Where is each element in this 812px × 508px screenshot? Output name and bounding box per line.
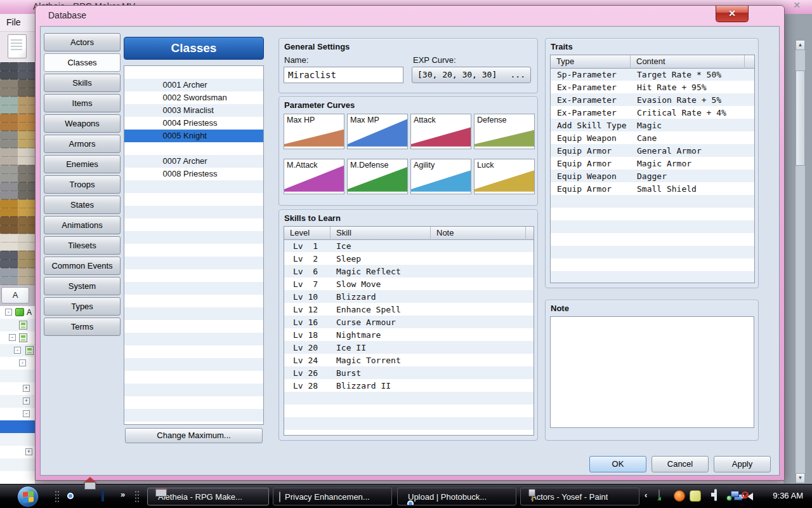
scroll-up-icon[interactable]: ▲ [796, 40, 805, 50]
skill-row[interactable]: Lv 2 Sleep [284, 253, 534, 265]
category-tab[interactable]: Items [44, 94, 121, 112]
trait-content: Small Shield [631, 183, 754, 196]
column-header-type[interactable]: Type [551, 55, 631, 69]
quicklaunch-overflow-chevron-icon[interactable]: » [121, 490, 125, 499]
change-maximum-button[interactable]: Change Maximum... [125, 428, 263, 443]
trait-row[interactable]: Ex-Parameter Evasion Rate + 5% [551, 94, 754, 107]
classes-panel-header: Classes [124, 37, 264, 60]
tray-chevron-icon[interactable]: ‹ [645, 490, 647, 500]
class-list[interactable]: 0001 Archer 0002 Swordsman 0003 Miraclis… [124, 65, 264, 425]
category-tab[interactable]: Classes [44, 53, 121, 72]
category-tab[interactable]: Actors [44, 33, 121, 51]
category-tab[interactable]: Armors [44, 135, 121, 153]
column-header-level[interactable]: Level [284, 227, 331, 240]
class-list-item-label: 0003 Miraclist [163, 105, 214, 115]
category-tab[interactable]: Common Events [44, 257, 121, 275]
dialog-titlebar[interactable]: Database ✕ [36, 6, 784, 25]
taskbar-task-button[interactable]: Privacy Enhancemen... [273, 488, 392, 505]
category-tab[interactable]: Skills [44, 74, 121, 92]
category-tab[interactable]: Tilesets [44, 236, 121, 255]
scroll-down-icon[interactable]: ▼ [796, 473, 805, 483]
start-button[interactable] [17, 486, 39, 507]
column-header-note[interactable]: Note [431, 227, 526, 240]
parameter-curves-group: Parameter Curves Max HP Max MP [278, 97, 538, 206]
battery-icon[interactable] [714, 489, 717, 501]
clock[interactable]: 9:36 AM [773, 491, 803, 500]
skill-row[interactable]: Lv 16 Curse Armour [284, 316, 534, 329]
map-tree[interactable]: -A---++-+ [0, 306, 35, 484]
parameter-curve-tile[interactable]: Luck [474, 159, 535, 194]
exp-curve-button[interactable]: [30, 20, 30, 30] ... [412, 67, 531, 83]
parameter-curve-tile[interactable]: M.Defense [347, 159, 408, 194]
task-button-label: Privacy Enhancemen... [285, 492, 370, 502]
ellipsis-icon: ... [511, 68, 525, 82]
taskbar-task-button[interactable]: Upload | Photobuck... [397, 488, 516, 505]
category-tab[interactable]: Weapons [44, 114, 121, 133]
skill-level: Lv 26 [284, 367, 331, 380]
ok-button[interactable]: OK [589, 456, 646, 472]
traits-table[interactable]: Type Content Sp-Parameter Target Rate * … [550, 55, 755, 283]
note-textarea[interactable] [550, 316, 754, 428]
category-tab-label: Troops [70, 180, 95, 189]
skill-row[interactable]: Lv 7 Slow Move [284, 278, 534, 291]
skill-row[interactable]: Lv 20 Ice II [284, 342, 534, 354]
skill-row[interactable]: Lv 28 Blizzard II [284, 380, 534, 392]
trait-row[interactable]: Add Skill Type Magic [551, 119, 754, 132]
taskbar-task-button[interactable]: Actors - Yosef - Paint [520, 488, 639, 505]
category-tab[interactable]: Enemies [44, 155, 121, 173]
trait-type: Equip Armor [551, 145, 631, 157]
category-tab[interactable]: Troops [44, 175, 121, 194]
close-button[interactable]: ✕ [716, 6, 749, 22]
parameter-curve-tile[interactable]: Max MP [347, 114, 408, 149]
parameter-curve-tile[interactable]: Defense [474, 114, 535, 149]
category-tab[interactable]: Terms [44, 318, 121, 336]
tray-lime-app-icon[interactable] [690, 490, 701, 502]
trait-row[interactable]: Ex-Parameter Hit Rate + 95% [551, 81, 754, 94]
skills-table-header: Level Skill Note [284, 227, 534, 240]
class-list-item[interactable]: 0001 Archer [124, 66, 263, 79]
parameter-curve-tile[interactable]: Attack [410, 114, 471, 149]
trait-type: Ex-Parameter [551, 107, 631, 119]
scrollbar[interactable]: ▲ ▼ [795, 39, 806, 484]
cancel-button[interactable]: Cancel [652, 456, 709, 472]
new-document-icon[interactable] [8, 34, 27, 58]
skill-name: Burst [331, 367, 431, 380]
trait-row[interactable]: Equip Weapon Dagger [551, 170, 754, 183]
tileset-palette[interactable] [0, 62, 35, 286]
skill-level: Lv 10 [284, 291, 331, 304]
column-header-content[interactable]: Content [631, 55, 745, 69]
show-desktop-icon[interactable] [102, 491, 104, 500]
category-tab[interactable]: Animations [44, 216, 121, 234]
skill-row[interactable]: Lv 12 Enhance Spell [284, 304, 534, 316]
scrollbar-thumb[interactable] [796, 70, 805, 166]
taskbar-task-button[interactable]: Aletheia - RPG Make... [147, 488, 269, 505]
trait-row[interactable]: Ex-Parameter Critical Rate + 4% [551, 107, 754, 119]
tray-orange-app-icon[interactable] [674, 490, 685, 502]
menu-file[interactable]: File [6, 17, 21, 27]
trait-row[interactable]: Equip Armor Magic Armor [551, 157, 754, 170]
tray-notes-icon[interactable] [658, 490, 660, 500]
parameter-curve-tile[interactable]: M.Attack [284, 159, 344, 194]
parameter-curve-tile[interactable]: Agility [410, 159, 471, 194]
skills-table[interactable]: Level Skill Note Lv 1 Ice [284, 226, 534, 436]
trait-row[interactable]: Equip Armor General Armor [551, 145, 754, 157]
category-tab[interactable]: States [44, 196, 121, 214]
skill-row[interactable]: Lv 18 Nightmare [284, 329, 534, 342]
trait-content: Target Rate * 50% [631, 69, 754, 81]
name-input[interactable] [284, 67, 403, 83]
skill-row[interactable]: Lv 6 Magic Reflect [284, 265, 534, 278]
column-header-skill[interactable]: Skill [331, 227, 431, 240]
skill-row[interactable]: Lv 10 Blizzard [284, 291, 534, 304]
category-tab[interactable]: System [44, 277, 121, 295]
trait-row[interactable]: Sp-Parameter Target Rate * 50% [551, 69, 754, 81]
parameter-curve-tile[interactable]: Max HP [284, 114, 344, 149]
apply-button[interactable]: Apply [714, 456, 771, 472]
trait-row[interactable]: Equip Armor Small Shield [551, 183, 754, 196]
category-tab[interactable]: Types [44, 297, 121, 316]
palette-tab-a[interactable]: A [1, 287, 29, 304]
skill-row[interactable]: Lv 26 Burst [284, 367, 534, 380]
background-close-icon[interactable]: ✕ [793, 0, 801, 10]
skill-row[interactable]: Lv 1 Ice [284, 240, 534, 253]
trait-row[interactable]: Equip Weapon Cane [551, 132, 754, 145]
skill-row[interactable]: Lv 24 Magic Torrent [284, 354, 534, 367]
